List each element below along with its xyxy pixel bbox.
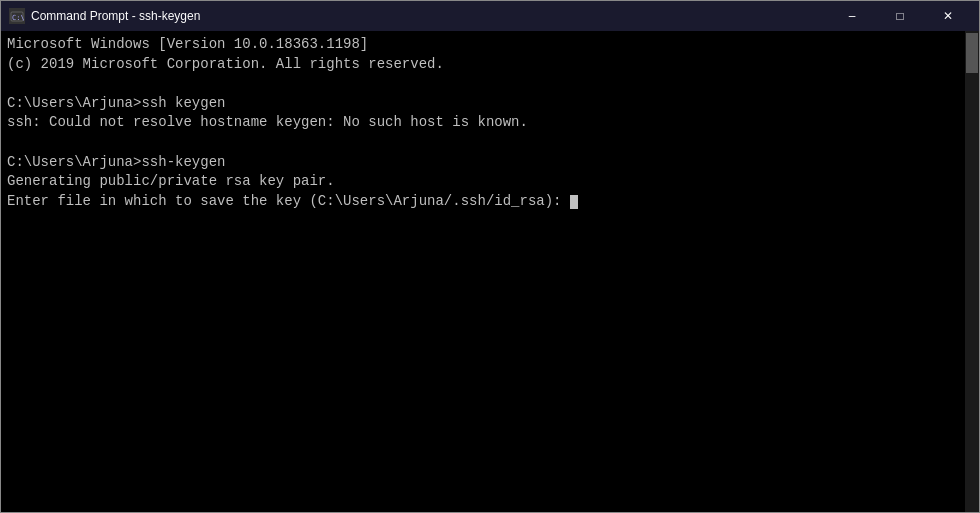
minimize-button[interactable]: – bbox=[829, 1, 875, 31]
console-line-2: (c) 2019 Microsoft Corporation. All righ… bbox=[7, 56, 444, 72]
cmd-icon: C:\ bbox=[9, 8, 25, 24]
cmd-window: C:\ Command Prompt - ssh-keygen – □ ✕ Mi… bbox=[0, 0, 980, 513]
title-bar: C:\ Command Prompt - ssh-keygen – □ ✕ bbox=[1, 1, 979, 31]
title-bar-controls: – □ ✕ bbox=[829, 1, 971, 31]
scrollbar-thumb[interactable] bbox=[966, 33, 978, 73]
console-area[interactable]: Microsoft Windows [Version 10.0.18363.11… bbox=[1, 31, 979, 512]
cursor bbox=[570, 195, 578, 209]
title-bar-left: C:\ Command Prompt - ssh-keygen bbox=[9, 8, 200, 24]
console-line-8: Generating public/private rsa key pair. bbox=[7, 173, 335, 189]
maximize-button[interactable]: □ bbox=[877, 1, 923, 31]
console-output: Microsoft Windows [Version 10.0.18363.11… bbox=[7, 35, 973, 211]
console-line-9: Enter file in which to save the key (C:\… bbox=[7, 193, 570, 209]
console-line-5: ssh: Could not resolve hostname keygen: … bbox=[7, 114, 528, 130]
svg-text:C:\: C:\ bbox=[12, 14, 24, 22]
window-title: Command Prompt - ssh-keygen bbox=[31, 9, 200, 23]
scrollbar[interactable] bbox=[965, 31, 979, 512]
console-line-7: C:\Users\Arjuna>ssh-keygen bbox=[7, 154, 225, 170]
console-line-1: Microsoft Windows [Version 10.0.18363.11… bbox=[7, 36, 368, 52]
console-line-4: C:\Users\Arjuna>ssh keygen bbox=[7, 95, 225, 111]
close-button[interactable]: ✕ bbox=[925, 1, 971, 31]
